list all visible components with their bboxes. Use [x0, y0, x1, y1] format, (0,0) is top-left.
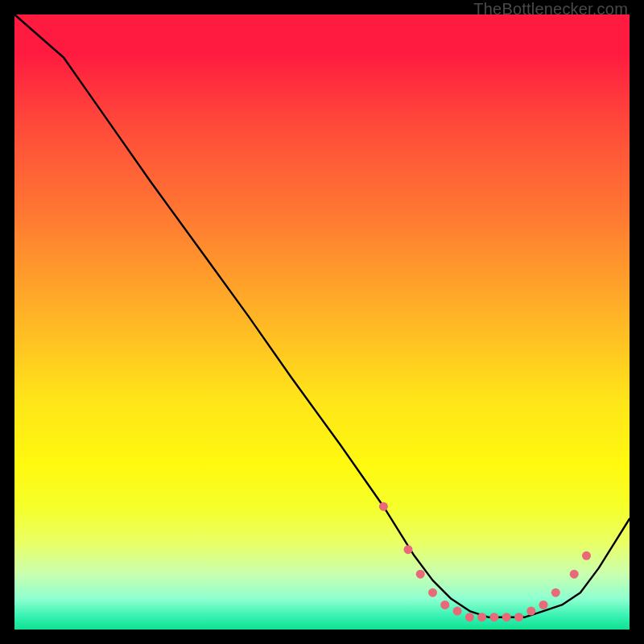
marker-dot	[477, 613, 486, 621]
marker-dot	[526, 607, 535, 616]
watermark-label: TheBottlenecker.com	[473, 0, 628, 19]
bottleneck-curve	[14, 14, 630, 621]
marker-dot	[582, 551, 591, 560]
chart-stage: TheBottlenecker.com	[0, 0, 644, 644]
marker-dot	[453, 607, 462, 616]
curve-line	[14, 14, 630, 617]
marker-dot	[539, 601, 548, 609]
marker-dot	[502, 613, 511, 621]
curve-markers	[379, 502, 591, 622]
marker-dot	[440, 601, 449, 609]
marker-dot	[570, 570, 579, 579]
marker-dot	[551, 588, 560, 597]
marker-dot	[465, 613, 474, 621]
marker-dot	[404, 545, 413, 554]
marker-dot	[514, 613, 523, 621]
marker-dot	[489, 613, 498, 621]
marker-dot	[416, 570, 425, 579]
chart-overlay	[14, 14, 630, 630]
marker-dot	[428, 588, 437, 597]
marker-dot	[379, 502, 388, 511]
